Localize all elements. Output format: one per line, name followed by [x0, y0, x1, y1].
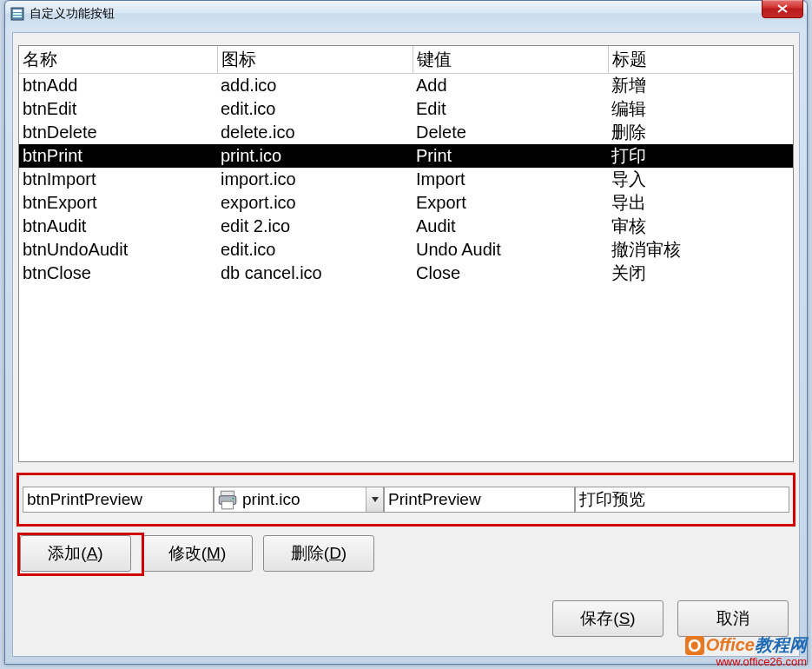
cell-name: btnAudit	[19, 215, 217, 238]
cell-caption: 审核	[608, 215, 793, 238]
function-list[interactable]: 名称 图标 键值 标题 btnAddadd.icoAdd新增btnEditedi…	[18, 45, 794, 462]
cell-icon: export.ico	[217, 191, 413, 215]
table-row[interactable]: btnDeletedelete.icoDelete删除	[19, 121, 793, 144]
cell-caption: 导出	[608, 191, 793, 215]
cell-name: btnEdit	[19, 97, 217, 121]
table-row[interactable]: btnEditedit.icoEdit编辑	[19, 97, 793, 121]
svg-rect-2	[13, 13, 22, 15]
bottom-buttons: 保存(S) 取消	[552, 600, 789, 637]
cell-caption: 新增	[608, 74, 793, 98]
table-row[interactable]: btnAuditedit 2.icoAudit审核	[19, 215, 793, 238]
save-button[interactable]: 保存(S)	[552, 600, 663, 637]
cell-name: btnPrint	[19, 144, 217, 168]
delete-button[interactable]: 删除(D)	[263, 535, 374, 572]
cell-name: btnUndoAudit	[19, 238, 217, 262]
table-row[interactable]: btnUndoAuditedit.icoUndo Audit撤消审核	[19, 238, 793, 262]
table-header-row: 名称 图标 键值 标题	[19, 46, 793, 74]
cell-key: Close	[413, 262, 608, 285]
svg-rect-1	[13, 10, 22, 12]
cell-key: Undo Audit	[413, 238, 608, 262]
cell-icon: import.ico	[217, 168, 413, 191]
table-row[interactable]: btnImportimport.icoImport导入	[19, 168, 793, 191]
header-icon[interactable]: 图标	[217, 46, 413, 74]
svg-rect-3	[13, 16, 22, 17]
icon-combo-text: print.ico	[241, 490, 366, 509]
cell-icon: edit 2.ico	[217, 215, 413, 238]
add-button[interactable]: 添加(A)	[20, 535, 131, 572]
cell-name: btnDelete	[19, 121, 217, 144]
cell-icon: edit.ico	[217, 97, 413, 121]
cell-icon: db cancel.ico	[217, 262, 413, 285]
icon-combobox[interactable]: print.ico	[214, 487, 384, 513]
cell-icon: edit.ico	[217, 238, 413, 262]
header-key[interactable]: 键值	[413, 46, 608, 74]
cell-name: btnImport	[19, 168, 217, 191]
cell-key: Delete	[413, 121, 608, 144]
caption-input[interactable]	[575, 487, 789, 513]
cancel-button[interactable]: 取消	[677, 600, 789, 637]
cell-name: btnAdd	[19, 74, 217, 98]
cell-key: Edit	[413, 97, 608, 121]
name-input[interactable]	[23, 487, 214, 513]
svg-point-7	[232, 498, 234, 500]
cell-icon: add.ico	[217, 74, 413, 98]
form-icon	[10, 7, 24, 21]
titlebar: 自定义功能按钮	[5, 1, 807, 27]
cell-caption: 导入	[608, 168, 793, 191]
close-button[interactable]	[762, 0, 803, 18]
table-row[interactable]: btnAddadd.icoAdd新增	[19, 74, 793, 98]
table-row[interactable]: btnExportexport.icoExport导出	[19, 191, 793, 215]
cell-key: Audit	[413, 215, 608, 238]
cell-caption: 删除	[608, 121, 793, 144]
cell-key: Export	[413, 191, 608, 215]
cell-caption: 关闭	[608, 262, 793, 285]
cell-name: btnExport	[19, 191, 217, 215]
chevron-down-icon	[372, 497, 379, 502]
dialog-window: 自定义功能按钮 名称 图标 键值 标题 btnAddadd.icoAdd新增bt…	[4, 0, 808, 665]
svg-rect-4	[221, 491, 234, 495]
modify-button[interactable]: 修改(M)	[142, 535, 253, 572]
table-row[interactable]: btnPrintprint.icoPrint打印	[19, 144, 793, 168]
cell-key: Print	[413, 144, 608, 168]
action-buttons: 添加(A) 修改(M) 删除(D)	[20, 535, 374, 572]
cell-caption: 打印	[608, 144, 793, 168]
header-caption[interactable]: 标题	[608, 46, 793, 74]
cell-icon: delete.ico	[217, 121, 413, 144]
printer-icon	[216, 488, 239, 511]
cell-caption: 编辑	[608, 97, 793, 121]
key-input[interactable]	[384, 487, 575, 513]
svg-rect-6	[222, 501, 234, 509]
dialog-content: 名称 图标 键值 标题 btnAddadd.icoAdd新增btnEditedi…	[12, 32, 800, 657]
window-title: 自定义功能按钮	[30, 6, 115, 22]
cell-icon: print.ico	[217, 144, 413, 168]
cell-key: Import	[413, 168, 608, 191]
cell-caption: 撤消审核	[608, 238, 793, 262]
edit-row: print.ico	[17, 473, 795, 527]
cell-key: Add	[413, 74, 608, 98]
close-icon	[777, 4, 788, 13]
header-name[interactable]: 名称	[19, 46, 217, 74]
cell-name: btnClose	[19, 262, 217, 285]
combo-dropdown-button[interactable]	[366, 487, 383, 512]
table-row[interactable]: btnClosedb cancel.icoClose关闭	[19, 262, 793, 285]
